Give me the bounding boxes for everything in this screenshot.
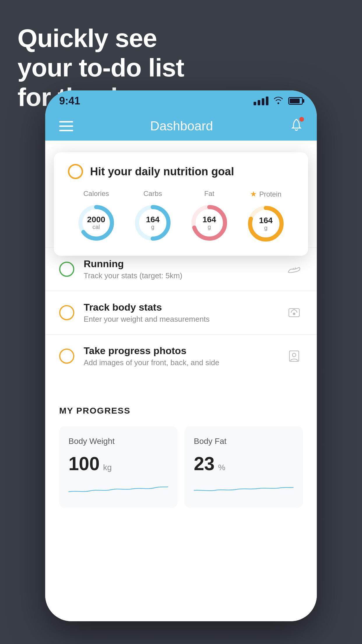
notifications-button[interactable] — [290, 118, 303, 134]
nutrition-card-title: Hit your daily nutrition goal — [90, 165, 234, 178]
fat-label: Fat — [204, 190, 215, 198]
phone-content: THINGS TO DO TODAY Hit your daily nutrit… — [45, 141, 317, 621]
nav-bar: Dashboard — [45, 111, 317, 141]
photos-title: Take progress photos — [84, 345, 276, 356]
protein-unit: g — [259, 225, 273, 231]
calories-donut: 2000 cal — [76, 202, 117, 243]
running-subtitle: Track your stats (target: 5km) — [84, 271, 276, 280]
body-stats-subtitle: Enter your weight and measurements — [84, 315, 276, 324]
todo-list: Running Track your stats (target: 5km) T… — [45, 247, 317, 378]
running-title: Running — [84, 258, 276, 270]
battery-icon — [288, 97, 303, 105]
svg-point-10 — [293, 313, 295, 315]
status-bar: 9:41 — [45, 90, 317, 111]
todo-item-body-stats[interactable]: Track body stats Enter your weight and m… — [45, 291, 317, 334]
macro-calories: Calories 2000 cal — [76, 190, 117, 243]
status-icons — [254, 96, 303, 106]
calories-value: 2000 — [87, 216, 105, 224]
body-stats-check-circle — [59, 305, 74, 320]
macro-fat: Fat 164 g — [189, 190, 230, 243]
carbs-value: 164 — [146, 216, 160, 224]
protein-value: 164 — [259, 216, 273, 225]
macro-protein: ★ Protein 164 g — [245, 190, 286, 244]
photos-subtitle: Add images of your front, back, and side — [84, 358, 276, 367]
body-fat-chart — [194, 482, 294, 496]
carbs-unit: g — [146, 224, 160, 230]
protein-donut: 164 g — [245, 203, 286, 244]
body-weight-title: Body Weight — [68, 437, 168, 446]
signal-icon — [254, 97, 268, 105]
progress-cards: Body Weight 100 kg Body Fat 23 % — [59, 426, 303, 508]
body-weight-unit: kg — [103, 463, 112, 472]
scale-icon — [285, 304, 303, 321]
fat-value: 164 — [203, 216, 216, 224]
nutrition-check-circle — [68, 164, 83, 179]
body-fat-title: Body Fat — [194, 437, 294, 446]
carbs-label: Carbs — [143, 190, 162, 198]
nav-title: Dashboard — [150, 119, 213, 133]
macro-carbs: Carbs 164 g — [132, 190, 173, 243]
calories-unit: cal — [87, 224, 105, 230]
progress-header: MY PROGRESS — [59, 406, 303, 416]
body-fat-value-row: 23 % — [194, 453, 294, 475]
carbs-donut: 164 g — [132, 202, 173, 243]
wifi-icon — [273, 96, 284, 106]
nutrition-card: Hit your daily nutrition goal Calories 2… — [54, 152, 308, 256]
running-check-circle — [59, 262, 74, 277]
body-weight-card[interactable]: Body Weight 100 kg — [59, 426, 178, 508]
phone-mockup: 9:41 Dashboard — [45, 90, 317, 621]
fat-unit: g — [203, 224, 216, 230]
person-icon — [285, 347, 303, 365]
shoe-icon — [285, 260, 303, 278]
running-text: Running Track your stats (target: 5km) — [84, 258, 276, 280]
fat-donut: 164 g — [189, 202, 230, 243]
status-time: 9:41 — [59, 95, 80, 107]
star-icon: ★ — [250, 190, 257, 199]
todo-item-photos[interactable]: Take progress photos Add images of your … — [45, 334, 317, 378]
svg-point-12 — [292, 353, 296, 357]
body-stats-title: Track body stats — [84, 302, 276, 313]
progress-section: MY PROGRESS Body Weight 100 kg Body Fat — [45, 392, 317, 508]
body-weight-chart — [68, 482, 168, 496]
macros-row: Calories 2000 cal Carbs — [68, 190, 294, 244]
body-stats-text: Track body stats Enter your weight and m… — [84, 302, 276, 324]
body-weight-value: 100 — [68, 453, 100, 475]
protein-label: ★ Protein — [250, 190, 281, 199]
body-weight-value-row: 100 kg — [68, 453, 168, 475]
photos-text: Take progress photos Add images of your … — [84, 345, 276, 367]
photos-check-circle — [59, 349, 74, 364]
calories-label: Calories — [83, 190, 109, 198]
body-fat-unit: % — [218, 463, 225, 472]
body-fat-value: 23 — [194, 453, 215, 475]
menu-button[interactable] — [59, 121, 73, 131]
body-fat-card[interactable]: Body Fat 23 % — [184, 426, 303, 508]
